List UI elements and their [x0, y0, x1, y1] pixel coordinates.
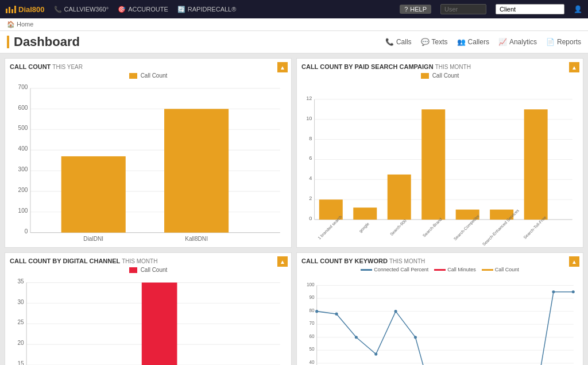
svg-text:100: 100 [18, 208, 28, 214]
logo[interactable]: Dial800 [6, 5, 45, 14]
call-count-title: CALL COUNT this Year [10, 63, 287, 70]
svg-text:70: 70 [309, 321, 315, 326]
page-navigation: 📞 Calls 💬 Texts 👥 Callers 📈 Analytics 📄 … [385, 38, 581, 46]
bar-kall8dni [164, 109, 229, 232]
page-title: Dashboard [7, 34, 80, 49]
call-count-chart: 0 100 200 300 400 500 600 700 [10, 80, 287, 243]
bar-google [353, 208, 377, 220]
svg-text:35: 35 [17, 278, 24, 285]
callers-nav-link[interactable]: 👥 Callers [457, 38, 489, 46]
call-count-keyword-chart: 0 10 20 30 40 50 60 70 80 90 100 [301, 274, 578, 365]
svg-text:2: 2 [309, 195, 312, 201]
svg-text:10: 10 [306, 116, 312, 121]
page-header: Dashboard 📞 Calls 💬 Texts 👥 Callers 📈 An… [0, 31, 588, 53]
texts-icon: 💬 [421, 38, 430, 46]
call-count-keyword-expand-button[interactable]: ▲ [569, 256, 579, 267]
client-select[interactable]: Client [496, 4, 564, 14]
reports-nav-link[interactable]: 📄 Reports [546, 38, 581, 46]
calls-icon: 📞 [385, 38, 394, 46]
svg-text:Search-900: Search-900 [389, 218, 408, 237]
accuroute-icon: 🎯 [118, 6, 126, 13]
connected-dot-1 [335, 313, 338, 316]
texts-nav-link[interactable]: 💬 Texts [421, 38, 448, 46]
call-count-legend: Call Count [10, 72, 287, 79]
call-count-paid-expand-button[interactable]: ▲ [569, 62, 579, 72]
svg-text:50: 50 [309, 347, 315, 352]
call-count-svg: 0 100 200 300 400 500 600 700 [10, 80, 287, 241]
logo-text: Dial800 [18, 5, 45, 14]
svg-text:Kall8DNI: Kall8DNI [185, 236, 208, 242]
call-count-digital-expand-button[interactable]: ▲ [277, 256, 288, 267]
bar-ppc [142, 283, 177, 365]
svg-text:700: 700 [18, 84, 28, 90]
help-icon: ? [404, 6, 408, 13]
call-count-paid-svg: 0 2 4 6 8 10 12 1 branded s [301, 80, 578, 227]
svg-text:0: 0 [309, 216, 312, 221]
call-count-expand-button[interactable]: ▲ [277, 62, 288, 72]
svg-text:25: 25 [17, 320, 24, 326]
top-navigation: Dial800 📞 CALLVIEW360° 🎯 ACCUROUTE 🔄 RAP… [0, 0, 588, 18]
calls-nav-link[interactable]: 📞 Calls [385, 38, 412, 46]
svg-text:600: 600 [18, 105, 28, 111]
breadcrumb: 🏠 Home [0, 18, 588, 31]
call-count-paid-card: CALL COUNT BY PAID SEARCH CAMPAIGN this … [296, 58, 583, 248]
call-count-card: CALL COUNT this Year ▲ Call Count 0 100 … [5, 58, 292, 248]
call-count-keyword-title: CALL COUNT BY KEYWORD this Month [301, 258, 578, 264]
reports-icon: 📄 [546, 38, 555, 46]
svg-text:300: 300 [18, 166, 28, 172]
callers-icon: 👥 [457, 38, 466, 46]
call-count-digital-chart: 0 5 10 15 20 25 30 35 [10, 274, 287, 365]
bar-search-brand [421, 109, 445, 220]
svg-text:20: 20 [17, 340, 24, 347]
svg-text:6: 6 [309, 155, 312, 161]
svg-text:100: 100 [307, 282, 315, 287]
svg-text:60: 60 [309, 334, 315, 339]
call-count-paid-legend: Call Count [301, 72, 578, 79]
svg-text:DialDNI: DialDNI [83, 236, 103, 242]
connected-dot-12 [552, 290, 555, 293]
call-count-digital-legend-box [129, 267, 137, 273]
svg-text:200: 200 [18, 187, 28, 193]
call-count-paid-legend-box [421, 73, 429, 79]
connected-dot-4 [394, 310, 397, 313]
logo-icon [6, 6, 16, 13]
call-count-digital-title: CALL COUNT BY DIGITAL CHANNEL this Month [10, 258, 287, 264]
connected-legend-line [361, 269, 372, 271]
minutes-legend: Call Minutes [434, 267, 476, 272]
call-count-legend-box [129, 73, 137, 79]
analytics-icon: 📈 [498, 38, 507, 46]
svg-text:4: 4 [309, 175, 312, 181]
count-legend-line [482, 269, 493, 271]
bar-search-900 [388, 175, 411, 220]
callview360-icon: 📞 [54, 6, 62, 13]
call-count-digital-card: CALL COUNT BY DIGITAL CHANNEL this Month… [5, 252, 292, 365]
home-icon: 🏠 [7, 21, 15, 28]
count-legend: Call Count [482, 267, 519, 272]
call-count-paid-title: CALL COUNT BY PAID SEARCH CAMPAIGN this … [301, 63, 578, 70]
rapidrecall-icon: 🔄 [177, 6, 185, 13]
title-accent [7, 36, 9, 48]
svg-text:80: 80 [309, 308, 315, 313]
help-button[interactable]: ? HELP [400, 5, 431, 14]
connected-dot-2 [355, 336, 358, 339]
svg-text:8: 8 [309, 136, 312, 141]
connected-dot-5 [414, 336, 417, 339]
callview360-nav[interactable]: 📞 CALLVIEW360° [54, 6, 109, 13]
call-count-paid-chart: 0 2 4 6 8 10 12 1 branded s [301, 80, 578, 229]
svg-text:30: 30 [17, 299, 24, 305]
svg-text:0: 0 [25, 228, 28, 235]
call-count-keyword-svg: 0 10 20 30 40 50 60 70 80 90 100 [301, 274, 578, 365]
rapidrecall-nav[interactable]: 🔄 RAPIDRECALL® [177, 6, 237, 13]
svg-text:90: 90 [309, 295, 315, 300]
call-count-digital-legend: Call Count [10, 267, 287, 273]
call-count-keyword-card: CALL COUNT BY KEYWORD this Month ▲ Conne… [296, 252, 583, 365]
svg-text:12: 12 [306, 95, 312, 101]
dashboard: CALL COUNT this Year ▲ Call Count 0 100 … [0, 53, 588, 365]
svg-text:15: 15 [17, 360, 24, 365]
connected-line [317, 292, 574, 365]
accuroute-nav[interactable]: 🎯 ACCUROUTE [118, 6, 168, 13]
call-count-digital-svg: 0 5 10 15 20 25 30 35 [10, 274, 287, 365]
user-profile-icon[interactable]: 👤 [574, 5, 582, 13]
user-input[interactable] [440, 4, 486, 14]
analytics-nav-link[interactable]: 📈 Analytics [498, 38, 537, 46]
